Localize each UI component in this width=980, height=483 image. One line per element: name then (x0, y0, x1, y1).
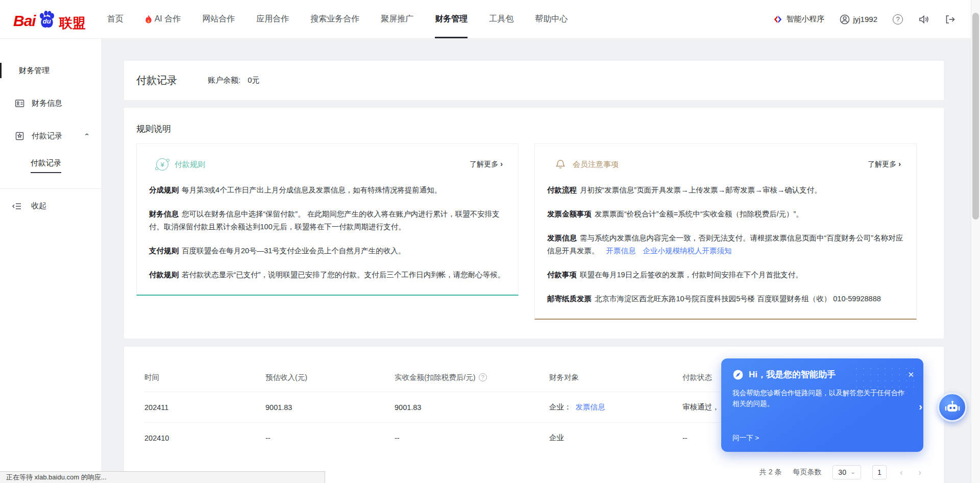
sidebar-item-finance-info[interactable]: 财务信息 (0, 94, 101, 112)
vertical-scrollbar[interactable] (971, 0, 980, 483)
cell-entity: 企业：发票信息 (549, 402, 682, 412)
logo-text-bai: Bai (13, 12, 36, 30)
compass-icon (732, 369, 744, 380)
assistant-robot-button[interactable] (938, 393, 967, 422)
total-count: 共 2 条 (760, 468, 782, 477)
sidebar-divider (0, 188, 101, 189)
collapse-icon (12, 202, 22, 210)
member-notes-panel: 会员注意事项 了解更多› 付款流程月初按“发票信息”页面开具发票→上传发票→邮寄… (534, 143, 917, 320)
rule-item: 邮寄纸质发票北京市海淀区西北旺东路10号院百度科技园5号楼 百度联盟财务组（收）… (547, 293, 904, 305)
next-page-button[interactable]: › (916, 467, 923, 478)
col-header-estimated: 预估收入(元) (265, 373, 395, 382)
sidebar-subitem-payment-records[interactable]: 付款记录 (31, 158, 61, 173)
flame-icon (145, 15, 152, 23)
prev-page-button[interactable]: ‹ (898, 467, 905, 478)
member-notes-more-link[interactable]: 了解更多› (868, 160, 901, 169)
nav-item-ai-coop[interactable]: AI 合作 (145, 0, 181, 38)
cell-entity: 企业 (549, 433, 682, 443)
nav-item-app-coop[interactable]: 应用合作 (256, 0, 289, 38)
invoice-info-link[interactable]: 开票信息 (606, 247, 636, 255)
cell-actual: 9001.83 (395, 403, 549, 412)
sound-icon[interactable] (918, 14, 929, 25)
member-notes-title: 会员注意事项 (573, 160, 619, 170)
browser-status-bar: 正在等待 xlab.baidu.com 的响应... (0, 471, 325, 483)
topbar-right-area: 智能小程序 jyj1992 ? (773, 14, 971, 25)
ask-button[interactable]: 问一下 > (732, 433, 759, 443)
badge-star-icon (15, 131, 24, 141)
rule-item: 付款规则若付款状态显示“已支付”，说明联盟已安排了您的付款。支付后三个工作日内到… (149, 269, 506, 281)
nav-item-search-coop[interactable]: 搜索业务合作 (310, 0, 359, 38)
bell-icon (554, 158, 567, 171)
rule-item: 财务信息您可以在财务信息中选择“保留付款”。 在此期间您产生的收入将在账户内进行… (149, 208, 506, 233)
sidebar-section-finance[interactable]: 财务管理 (0, 61, 101, 80)
sidebar-collapse-button[interactable]: 收起 (12, 201, 101, 211)
rule-item: 支付规则百度联盟会在每月20号—31号支付企业会员上个自然月产生的收入。 (149, 245, 506, 257)
chevron-down-icon: ⌄ (850, 469, 855, 475)
logout-icon[interactable] (945, 14, 955, 25)
top-nav-bar: Bai du 联盟 首页 AI 合作 网站合作 (0, 0, 971, 39)
mini-program-link[interactable]: 智能小程序 (773, 14, 824, 24)
close-icon[interactable]: ✕ (908, 370, 914, 379)
payment-rules-more-link[interactable]: 了解更多› (470, 160, 503, 169)
mini-program-diamond-icon (773, 15, 782, 24)
col-header-entity: 财务对象 (549, 373, 682, 382)
nav-item-help-center[interactable]: 帮助中心 (535, 0, 568, 38)
logo-text-union: 联盟 (59, 16, 86, 30)
nav-item-home[interactable]: 首页 (107, 0, 124, 38)
logo-text-du: du (43, 17, 51, 25)
page-header-card: 付款记录 账户余额:0元 (124, 61, 944, 100)
rule-item: 付款流程月初按“发票信息”页面开具发票→上传发票→邮寄发票→审核→确认支付。 (547, 184, 904, 197)
info-icon[interactable]: ? (479, 373, 487, 381)
chevron-up-icon[interactable]: ⌃ (84, 133, 90, 139)
cell-time: 202410 (144, 434, 265, 442)
id-card-icon (15, 99, 24, 108)
rule-item: 分成规则每月第3或4个工作日产出上月分成信息及发票信息，如有特殊情况将提前通知。 (149, 184, 506, 197)
per-page-select[interactable]: 30 ⌄ (832, 465, 861, 479)
coin-yen-icon: ¥ (156, 158, 168, 171)
cell-estimated: 9001.83 (265, 403, 395, 412)
cell-actual: -- (395, 434, 549, 442)
invoice-info-cell-link[interactable]: 发票信息 (576, 403, 605, 411)
col-header-actual: 实收金额(扣除税费后/元) ? (395, 373, 549, 382)
assistant-message: 我会帮助您诊断合作链路问题，以及解答您关于任何合作相关的问题。 (721, 380, 923, 409)
small-taxpayer-notice-link[interactable]: 企业小规模纳税人开票须知 (643, 247, 732, 255)
rule-item: 发票信息需与系统内发票信息内容完全一致，否则无法支付。请根据发票信息页面中“百度… (547, 232, 904, 257)
baidu-union-logo[interactable]: Bai du 联盟 (13, 9, 86, 30)
page-number-current[interactable]: 1 (872, 465, 887, 479)
payment-rules-title: 付款规则 (175, 160, 205, 170)
rule-item: 付款事项联盟在每月19日之后签收的发票，付款时间安排在下个月首批支付。 (547, 269, 904, 281)
per-page-label: 每页条数 (793, 468, 821, 477)
sidebar: 财务管理 财务信息 付款记录 ⌃ 付款记录 (0, 39, 101, 483)
browser-viewport: Bai du 联盟 首页 AI 合作 网站合作 (0, 0, 980, 483)
account-balance: 账户余额:0元 (208, 76, 260, 85)
baidu-paw-icon: du (37, 9, 57, 30)
rules-card: 规则说明 ¥ 付款规则 了解更多› 分成规则每月第3或4个工作日产出上月分成信息… (124, 108, 944, 339)
col-header-time: 时间 (144, 373, 265, 382)
page-title: 付款记录 (136, 74, 177, 87)
robot-icon (944, 399, 961, 416)
assistant-expand-arrow[interactable]: › (919, 401, 922, 412)
scrollbar-thumb[interactable] (972, 13, 979, 220)
nav-item-toolkit[interactable]: 工具包 (489, 0, 513, 38)
cell-time: 202411 (144, 403, 265, 412)
nav-item-screen-promo[interactable]: 聚屏推广 (381, 0, 413, 38)
user-account[interactable]: jyj1992 (840, 14, 877, 25)
assistant-title: Hi，我是您的智能助手 (749, 369, 836, 380)
user-icon (840, 14, 850, 25)
nav-item-website-coop[interactable]: 网站合作 (202, 0, 235, 38)
payment-rules-panel: ¥ 付款规则 了解更多› 分成规则每月第3或4个工作日产出上月分成信息及发票信息… (136, 143, 519, 296)
help-icon[interactable]: ? (893, 14, 903, 25)
status-text: 正在等待 xlab.baidu.com 的响应... (6, 473, 107, 482)
nav-item-finance[interactable]: 财务管理 (435, 0, 468, 38)
chevron-right-icon: › (898, 160, 901, 168)
assistant-popup: Hi，我是您的智能助手 ✕ 我会帮助您诊断合作链路问题，以及解答您关于任何合作相… (721, 358, 923, 452)
main-nav: 首页 AI 合作 网站合作 应用合作 搜索业务合作 聚屏推广 财务管理 工具包 … (107, 0, 568, 38)
balance-value: 0元 (248, 76, 259, 84)
chevron-right-icon: › (500, 160, 503, 168)
sidebar-item-payment-records[interactable]: 付款记录 ⌃ (0, 127, 101, 145)
cell-estimated: -- (265, 434, 395, 442)
rule-item: 发票金额事项发票票面“价税合计”金额=系统中“实收金额（扣除税费后/元）”。 (547, 208, 904, 221)
rules-section-title: 规则说明 (136, 123, 932, 135)
